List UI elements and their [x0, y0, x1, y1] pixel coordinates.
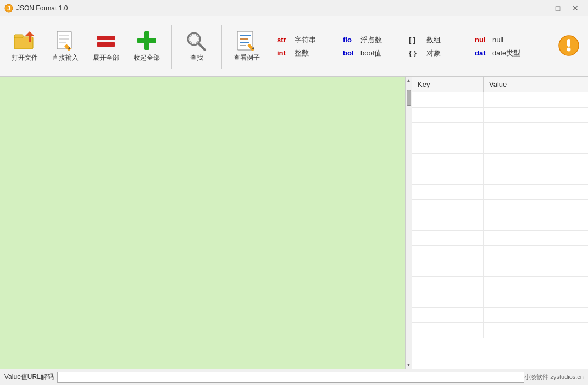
table-cell-key: [412, 154, 484, 169]
legend-object-desc: 对象: [426, 48, 441, 58]
table-cell-value: [484, 292, 588, 307]
scroll-up-arrow[interactable]: ▲: [407, 78, 411, 83]
find-button[interactable]: 查找: [177, 22, 216, 71]
toolbar-legend: str 字符串 flo 浮点数 [ ] 数组 nul null int: [277, 35, 555, 58]
json-editor[interactable]: [0, 77, 412, 369]
table-cell-value: [484, 154, 588, 169]
legend-row-2: int 整数 bol bool值 { } 对象 dat date类型: [277, 48, 555, 58]
table-cell-value: [484, 231, 588, 245]
table-header: Key Value: [412, 77, 588, 92]
legend-bol-code: bol: [343, 49, 358, 57]
legend-int: int 整数: [277, 48, 332, 58]
table-row: [412, 200, 588, 215]
app-title: JSON Format 1.0: [16, 4, 68, 12]
direct-input-icon: [54, 30, 77, 51]
table-header-key: Key: [412, 77, 484, 92]
table-cell-value: [484, 185, 588, 199]
table-cell-key: [412, 292, 484, 307]
table-row: [412, 292, 588, 308]
table-cell-key: [412, 323, 484, 338]
minimize-button[interactable]: —: [532, 2, 548, 14]
toolbar: 打开文件 直接输入 展开全部: [0, 16, 588, 77]
toolbar-buttons: 打开文件 直接输入 展开全部: [5, 22, 266, 71]
legend-row-1: str 字符串 flo 浮点数 [ ] 数组 nul null: [277, 35, 555, 45]
table-cell-value: [484, 123, 588, 138]
collapse-all-button[interactable]: 收起全部: [127, 22, 166, 71]
table-row: [412, 123, 588, 138]
legend-object-code: { }: [409, 49, 424, 57]
legend-array-code: [ ]: [409, 36, 424, 44]
table-cell-key: [412, 308, 484, 322]
table-cell-key: [412, 231, 484, 245]
json-editor-panel: ▲ ▼: [0, 77, 412, 369]
legend-bol: bol bool值: [343, 48, 398, 58]
open-file-icon: [13, 30, 36, 51]
legend-flo: flo 浮点数: [343, 35, 398, 45]
maximize-button[interactable]: □: [550, 2, 566, 14]
table-row: [412, 215, 588, 231]
table-cell-key: [412, 108, 484, 122]
svg-rect-3: [14, 35, 23, 38]
table-cell-key: [412, 246, 484, 261]
table-cell-key: [412, 277, 484, 292]
editor-scrollbar: ▲ ▼: [405, 77, 412, 369]
url-decode-label: Value值URL解码: [4, 372, 54, 382]
table-cell-key: [412, 92, 484, 107]
table-cell-value: [484, 92, 588, 107]
table-row: [412, 138, 588, 154]
table-cell-key: [412, 261, 484, 276]
direct-input-label: 直接输入: [52, 53, 79, 63]
legend-nul-code: nul: [475, 36, 490, 44]
legend-array: [ ] 数组: [409, 35, 464, 45]
table-cell-value: [484, 261, 588, 276]
open-file-button[interactable]: 打开文件: [5, 22, 44, 71]
legend-dat: dat date类型: [475, 48, 530, 58]
svg-rect-11: [97, 36, 115, 40]
bottom-bar: Value值URL解码 小淡软件 zystudios.cn: [0, 369, 588, 385]
find-icon: [185, 30, 208, 51]
table-cell-key: [412, 200, 484, 215]
svg-rect-26: [567, 39, 570, 47]
collapse-all-label: 收起全部: [134, 53, 160, 63]
svg-text:J: J: [7, 5, 10, 12]
table-row: [412, 108, 588, 123]
table-cell-value: [484, 200, 588, 215]
title-bar: J JSON Format 1.0 — □ ✕: [0, 0, 588, 16]
legend-object: { } 对象: [409, 48, 464, 58]
table-row: [412, 231, 588, 246]
legend-str: str 字符串: [277, 35, 332, 45]
legend-flo-desc: 浮点数: [360, 35, 382, 45]
view-example-icon: [235, 30, 258, 51]
close-button[interactable]: ✕: [567, 2, 584, 14]
table-header-value: Value: [484, 77, 588, 92]
table-row: [412, 323, 588, 338]
table-row: [412, 261, 588, 277]
table-row: [412, 185, 588, 200]
legend-int-desc: 整数: [295, 48, 309, 58]
table-cell-value: [484, 277, 588, 292]
find-label: 查找: [190, 53, 203, 63]
svg-rect-5: [57, 31, 71, 49]
scroll-thumb[interactable]: [407, 90, 411, 106]
table-cell-key: [412, 138, 484, 153]
table-cell-value: [484, 323, 588, 338]
legend-array-desc: 数组: [426, 35, 441, 45]
collapse-all-icon: [135, 30, 158, 51]
help-icon-wrap: [555, 25, 583, 69]
table-row: [412, 246, 588, 261]
table-cell-value: [484, 108, 588, 122]
scroll-down-arrow[interactable]: ▼: [407, 362, 411, 367]
expand-all-button[interactable]: 展开全部: [87, 22, 125, 71]
direct-input-button[interactable]: 直接输入: [46, 22, 85, 71]
help-icon[interactable]: [557, 35, 581, 59]
view-example-button[interactable]: 查看例子: [228, 22, 266, 71]
table-cell-value: [484, 169, 588, 184]
legend-str-desc: 字符串: [295, 35, 316, 45]
view-example-label: 查看例子: [234, 53, 260, 63]
kv-panel: Key Value: [412, 77, 588, 369]
url-decode-input[interactable]: [57, 372, 525, 383]
legend-int-code: int: [277, 49, 292, 57]
title-bar-left: J JSON Format 1.0: [4, 4, 68, 13]
scroll-track: [407, 84, 411, 361]
table-row: [412, 154, 588, 169]
